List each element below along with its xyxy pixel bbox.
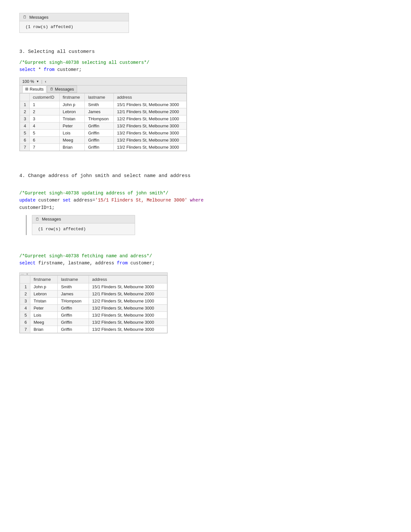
- section4-update-comment: /*Gurpreet singh-40738 updating address …: [19, 191, 168, 196]
- section3: 3. Selecting all customers /*Gurpreet si…: [19, 49, 392, 157]
- table-row: 5LoisGriffin13/2 Flinders St, Melbourne …: [20, 312, 167, 319]
- tab-messages[interactable]: 🗒 Messages: [47, 85, 77, 93]
- cell-lastname: Smith: [85, 101, 114, 108]
- messages-text-update: (1 row(s) affected): [38, 227, 86, 232]
- cell-lastname: James: [85, 108, 114, 115]
- zoom-level: 100 %: [22, 79, 34, 84]
- table-header-row: customerID firstname lastname address: [20, 93, 187, 101]
- section4: 4. Change address of john smith and sele…: [19, 173, 392, 339]
- table-row: 1John pSmith15/1 Flinders St, Melbourne …: [20, 283, 167, 291]
- cell-address: 15/1 Flinders St, Melbourne 3000: [89, 283, 167, 291]
- cell-address: 12/1 Flinders St, Melbourne 2000: [89, 291, 167, 298]
- section3-keyword-select: select: [19, 67, 35, 72]
- section4-update-code: /*Gurpreet singh-40738 updating address …: [19, 190, 392, 211]
- table-row: 66MeegGriffin13/2 Flinders St, Melbourne…: [20, 136, 187, 143]
- cell-lastname: Griffin: [85, 129, 114, 136]
- cell-address: 13/2 Flinders St, Melbourne 3000: [114, 143, 187, 151]
- cell-address: 12/2 Flinders St, Melbourne 1000: [89, 298, 167, 305]
- messages-tab-label-update[interactable]: Messages: [42, 217, 61, 222]
- cell-firstname: Meeg: [59, 136, 85, 143]
- cell-firstname: Lebron: [30, 291, 58, 298]
- messages-content: (1 row(s) affected): [20, 21, 129, 33]
- cell-firstname: John p: [59, 101, 85, 108]
- cell-customerid: 2: [29, 108, 59, 115]
- cell-firstname: Brian: [30, 326, 58, 333]
- mini-toolbar-arrow: ▾: [26, 272, 28, 276]
- messages-tab-label2: Messages: [55, 87, 74, 92]
- cell-lastname: Griffin: [85, 122, 114, 129]
- section4-messages-container: 🗒 Messages (1 row(s) affected): [26, 215, 392, 235]
- cell-lastname: Smith: [58, 283, 89, 291]
- cell-firstname: Lois: [59, 129, 85, 136]
- section4-keyword-select: select: [19, 261, 35, 266]
- messages-panel-top: 🗒 Messages (1 row(s) affected): [19, 13, 129, 33]
- cell-lastname: James: [58, 291, 89, 298]
- section4-select-comment: /*Gurpreet singh-40738 fetching name and…: [19, 253, 152, 259]
- cell-firstname: Tristan: [30, 298, 58, 305]
- section4-heading: 4. Change address of john smith and sele…: [19, 173, 392, 179]
- table-row: 44PeterGriffin13/2 Flinders St, Melbourn…: [20, 122, 187, 129]
- table-row: 55LoisGriffin13/2 Flinders St, Melbourne…: [20, 129, 187, 136]
- cell-customerid: 3: [29, 115, 59, 122]
- cell-firstname: Lois: [30, 312, 58, 319]
- section4-select-code: /*Gurpreet singh-40738 fetching name and…: [19, 252, 392, 267]
- dropdown-arrow-icon[interactable]: ▾: [37, 79, 39, 84]
- chevron-left-icon[interactable]: ‹: [45, 79, 46, 84]
- table-row: 2LebronJames12/1 Flinders St, Melbourne …: [20, 291, 167, 298]
- section3-keyword-from: from: [44, 67, 55, 72]
- cell-firstname: John p: [30, 283, 58, 291]
- col-empty: [20, 93, 30, 101]
- cell-lastname: Griffin: [85, 136, 114, 143]
- section4-results-panel: — ▾ firstname lastname address 1John pSm…: [19, 272, 168, 333]
- table-row: 22LebronJames12/1 Flinders St, Melbourne…: [20, 108, 187, 115]
- messages-text: (1 row(s) affected): [25, 25, 73, 29]
- col-lastname: lastname: [85, 93, 114, 101]
- col-firstname: firstname: [59, 93, 85, 101]
- cell-lastname: Griffin: [58, 312, 89, 319]
- cell-lastname: Griffin: [85, 143, 114, 151]
- cell-firstname: Brian: [59, 143, 85, 151]
- table-row: 33TristanTHompson12/2 Flinders St, Melbo…: [20, 115, 187, 122]
- messages-tabbar-update: 🗒 Messages: [32, 215, 135, 223]
- table-row: 6MeegGriffin13/2 Flinders St, Melbourne …: [20, 319, 167, 326]
- cell-customerid: 5: [29, 129, 59, 136]
- messages-tab-label[interactable]: Messages: [29, 15, 48, 20]
- col-lastname-s4: lastname: [58, 276, 89, 283]
- cell-customerid: 7: [29, 143, 59, 151]
- mini-toolbar-icon: —: [21, 272, 24, 276]
- section3-table: customerID firstname lastname address 11…: [20, 93, 187, 151]
- section3-comment: /*Gurpreet singh-40738 selecting all cus…: [19, 60, 149, 65]
- section4-keyword-from: from: [117, 261, 128, 266]
- messages-tabbar: 🗒 Messages: [20, 13, 129, 21]
- section3-code-rest: *: [38, 67, 44, 72]
- table-row: 77BrianGriffin13/2 Flinders St, Melbourn…: [20, 143, 187, 151]
- cell-address: 13/2 Flinders St, Melbourne 3000: [114, 129, 187, 136]
- results-tab-label: Results: [30, 87, 44, 92]
- messages-content-update: (1 row(s) affected): [32, 223, 135, 235]
- col-address-s4: address: [89, 276, 167, 283]
- cell-address: 13/2 Flinders St, Melbourne 3000: [89, 319, 167, 326]
- cell-address: 13/2 Flinders St, Melbourne 3000: [89, 326, 167, 333]
- cell-address: 15/1 Flinders St, Melbourne 3000: [114, 101, 187, 108]
- cell-address: 13/2 Flinders St, Melbourne 3000: [114, 122, 187, 129]
- tab-results[interactable]: ⊞ Results: [22, 85, 46, 93]
- messages-icon: 🗒: [22, 15, 27, 20]
- section4-update-line2: customerID=1;: [19, 205, 54, 210]
- cell-firstname: Peter: [30, 305, 58, 312]
- messages-tab-icon2: 🗒: [50, 87, 54, 91]
- cell-address: 13/2 Flinders St, Melbourne 3000: [89, 305, 167, 312]
- cell-address: 13/2 Flinders St, Melbourne 3000: [114, 136, 187, 143]
- cell-firstname: Peter: [59, 122, 85, 129]
- col-customerid: customerID: [29, 93, 59, 101]
- results-grid-icon: ⊞: [25, 87, 28, 91]
- cell-firstname: Lebron: [59, 108, 85, 115]
- table-row: 4PeterGriffin13/2 Flinders St, Melbourne…: [20, 305, 167, 312]
- cell-customerid: 6: [29, 136, 59, 143]
- table-row: 11John pSmith15/1 Flinders St, Melbourne…: [20, 101, 187, 108]
- cell-firstname: Tristan: [59, 115, 85, 122]
- table-row: 3TristanTHompson12/2 Flinders St, Melbou…: [20, 298, 167, 305]
- col-empty-s4: [20, 276, 30, 283]
- cell-lastname: THompson: [58, 298, 89, 305]
- section4-mini-toolbar: — ▾: [20, 273, 167, 275]
- cell-customerid: 1: [29, 101, 59, 108]
